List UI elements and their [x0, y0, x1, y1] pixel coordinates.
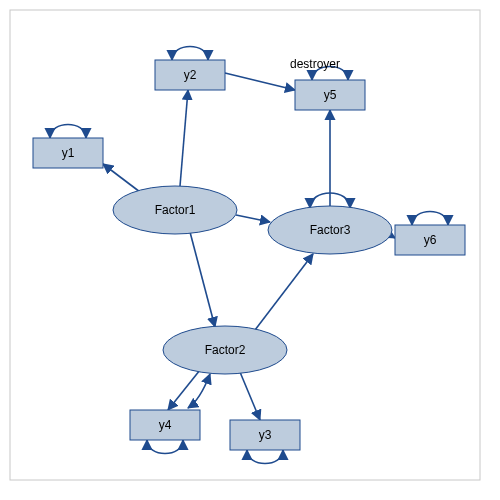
sem-path-diagram: y1 y2 y5 y6 y4 y3 Factor1 Fac: [0, 0, 500, 500]
node-y1: y1: [33, 138, 103, 168]
node-label: y1: [62, 146, 75, 160]
edge-factor2-y4: [168, 370, 200, 410]
edge-cov-factor2-y4: [188, 374, 210, 408]
edge-factor2-y3: [240, 372, 260, 420]
node-y2: y2: [155, 60, 225, 90]
self-y2: [172, 47, 208, 61]
edge-factor1-factor3: [236, 215, 270, 222]
node-factor2: Factor2: [163, 326, 287, 374]
node-label: Factor1: [155, 203, 196, 217]
node-label: y5: [324, 88, 337, 102]
edge-factor2-factor3: [255, 254, 313, 330]
edges-self: [50, 47, 448, 464]
annotation-text: destroyer: [290, 57, 340, 71]
edge-factor1-y2: [180, 90, 188, 186]
node-label: y6: [424, 233, 437, 247]
node-factor3: Factor3: [268, 206, 392, 254]
node-y3: y3: [230, 420, 300, 450]
edge-factor1-y1: [103, 164, 140, 192]
node-label: Factor3: [310, 223, 351, 237]
latent-nodes: Factor1 Factor2 Factor3: [113, 186, 392, 374]
self-y3: [247, 450, 283, 464]
node-y6: y6: [395, 225, 465, 255]
node-label: y3: [259, 428, 272, 442]
edge-y2-y5: [225, 73, 295, 90]
node-factor1: Factor1: [113, 186, 237, 234]
node-label: y4: [159, 418, 172, 432]
node-y4: y4: [130, 410, 200, 440]
self-y1: [50, 125, 86, 139]
node-label: y2: [184, 68, 197, 82]
self-y4: [147, 440, 183, 454]
node-y5: y5: [295, 80, 365, 110]
edges-bidirectional: [188, 374, 210, 408]
self-y6: [412, 212, 448, 226]
observed-nodes: y1 y2 y5 y6 y4 y3: [33, 60, 465, 450]
node-label: Factor2: [205, 343, 246, 357]
edge-factor1-factor2: [190, 232, 215, 327]
